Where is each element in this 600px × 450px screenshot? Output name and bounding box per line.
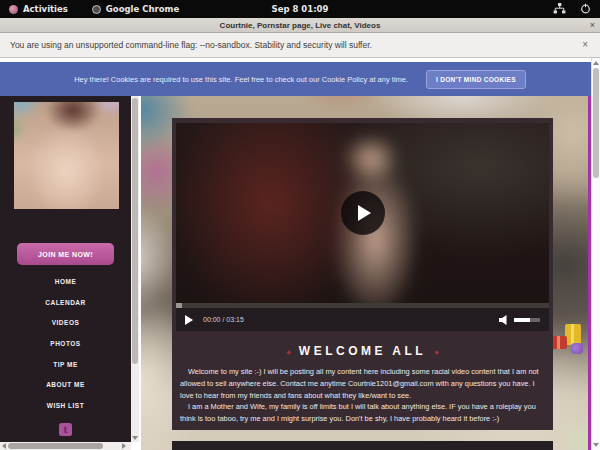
play-icon <box>358 205 371 221</box>
video-controls: 00:00 / 03:15 <box>176 308 549 331</box>
sidebar-menu: HOME CALENDAR VIDEOS PHOTOS TIP ME ABOUT… <box>0 271 131 416</box>
next-section-box <box>172 441 553 450</box>
screen: Activities Google Chrome Sep 8 01:09 <box>0 0 600 450</box>
cookie-message: Hey there! Cookies are required to use t… <box>74 75 408 84</box>
window-close-button[interactable]: × <box>590 18 595 33</box>
time-display: 00:00 / 03:15 <box>203 316 244 323</box>
scroll-up-arrow-icon[interactable] <box>593 61 599 65</box>
page-vscroll-thumb[interactable] <box>593 68 599 178</box>
power-icon[interactable] <box>580 3 591 16</box>
window-titlebar[interactable]: Courtnie, Pornstar page, Live chat, Vide… <box>0 18 600 33</box>
sidebar-vscroll-thumb[interactable] <box>132 98 138 364</box>
content-column: 00:00 / 03:15 ◆ WELCOME ALL ◆ Welcome to… <box>172 118 553 430</box>
volume-slider[interactable] <box>514 318 540 322</box>
gift-box-red <box>552 336 567 349</box>
controls-play-icon[interactable] <box>185 315 193 325</box>
app-menu-button[interactable]: Google Chrome <box>92 4 179 14</box>
model-photo-paint <box>14 102 119 209</box>
app-menu-label: Google Chrome <box>106 4 179 14</box>
distro-logo-icon <box>9 5 18 14</box>
diamond-icon: ◆ <box>434 348 439 355</box>
sidebar-item-tip-me[interactable]: TIP ME <box>0 354 131 375</box>
clock-button[interactable]: Sep 8 01:09 <box>272 4 329 14</box>
sidebar: JOIN ME NOW! HOME CALENDAR VIDEOS PHOTOS… <box>0 96 131 442</box>
scroll-down-arrow-icon[interactable] <box>593 443 599 447</box>
gift-box-purple <box>571 343 583 354</box>
network-icon[interactable] <box>553 3 566 16</box>
sidebar-item-videos[interactable]: VIDEOS <box>0 312 131 333</box>
volume-icon[interactable] <box>499 311 510 329</box>
welcome-paragraph-2: I am a Mother and Wife, my family is off… <box>180 401 539 425</box>
gift-box-yellow <box>565 324 581 345</box>
twitter-icon[interactable]: t <box>59 423 72 436</box>
sidebar-horizontal-scrollbar[interactable] <box>0 442 131 450</box>
sidebar-vertical-scrollbar[interactable] <box>131 96 139 442</box>
model-photo[interactable] <box>14 102 119 209</box>
play-button[interactable] <box>341 191 385 235</box>
infobar-close-button[interactable]: × <box>582 33 588 57</box>
sidebar-item-wish-list[interactable]: WISH LIST <box>0 395 131 416</box>
system-tray <box>553 3 591 16</box>
welcome-heading: ◆ WELCOME ALL ◆ <box>172 344 553 358</box>
welcome-paragraph-1: Welcome to my site :-) I will be posting… <box>180 366 539 401</box>
sidebar-item-photos[interactable]: PHOTOS <box>0 333 131 354</box>
welcome-title: WELCOME ALL <box>299 344 426 358</box>
infobar-message: You are using an unsupported command-lin… <box>10 40 372 50</box>
chrome-logo-icon <box>92 5 101 14</box>
page-vertical-scrollbar[interactable] <box>591 58 600 450</box>
cookie-accept-button[interactable]: I DON'T MIND COOKIES <box>426 70 526 89</box>
join-me-now-button[interactable]: JOIN ME NOW! <box>17 243 114 265</box>
activities-label: Activities <box>23 4 68 14</box>
activities-button[interactable]: Activities <box>9 4 68 14</box>
sidebar-item-home[interactable]: HOME <box>0 271 131 292</box>
scroll-down-arrow-icon[interactable] <box>132 436 138 440</box>
sidebar-item-calendar[interactable]: CALENDAR <box>0 292 131 313</box>
top-bar-left: Activities Google Chrome <box>0 4 179 14</box>
scroll-left-arrow-icon[interactable] <box>2 443 6 449</box>
chrome-infobar: You are using an unsupported command-lin… <box>0 33 600 58</box>
diamond-icon: ◆ <box>286 348 291 355</box>
cookie-banner: Hey there! Cookies are required to use t… <box>0 62 600 96</box>
sidebar-item-about-me[interactable]: ABOUT ME <box>0 374 131 395</box>
page-viewport: Hey there! Cookies are required to use t… <box>0 58 600 450</box>
video-player[interactable] <box>176 123 549 303</box>
sidebar-hscroll-thumb[interactable] <box>8 443 103 449</box>
gnome-top-bar: Activities Google Chrome Sep 8 01:09 <box>0 0 600 18</box>
window-title: Courtnie, Pornstar page, Live chat, Vide… <box>220 21 381 30</box>
scroll-right-arrow-icon[interactable] <box>122 443 126 449</box>
